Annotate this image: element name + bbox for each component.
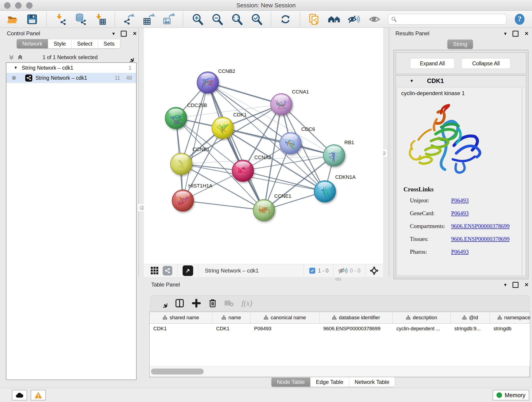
birdseye-view-icon[interactable]: [183, 265, 193, 276]
hide-selected-icon[interactable]: [347, 13, 360, 26]
network-canvas[interactable]: CCNB2CCNA1CDC25BCDK1CDC6RB1CCNB1CCNA2CDK…: [144, 28, 383, 264]
close-panel-icon[interactable]: ✕: [525, 282, 529, 287]
network-edge[interactable]: [208, 83, 264, 210]
gene-entry-header[interactable]: ▼ CDK1: [396, 76, 526, 86]
column-header-canonical-name[interactable]: canonical name: [250, 312, 320, 323]
results-scrollbar[interactable]: [522, 87, 526, 275]
collection-expander-icon[interactable]: ▼: [14, 65, 18, 70]
network-row[interactable]: String Network – cdk1 11 48: [6, 73, 136, 83]
network-node-ccnb2[interactable]: [197, 72, 219, 93]
table-cell[interactable]: stringdb: [490, 324, 530, 334]
network-view-icon[interactable]: [163, 266, 172, 275]
help-icon[interactable]: ?: [513, 13, 526, 26]
network-node-ccne1[interactable]: [253, 199, 275, 221]
grid-view-icon[interactable]: [150, 266, 159, 275]
network-node-cdc6[interactable]: [280, 133, 301, 154]
float-panel-icon[interactable]: [121, 31, 127, 37]
crosslink-link[interactable]: P06493: [451, 210, 469, 219]
export-image-icon[interactable]: [162, 13, 175, 26]
search-box[interactable]: [388, 14, 506, 25]
crosslink-link[interactable]: 9606.ENSP00000378699: [451, 223, 510, 232]
column-header--id[interactable]: @id: [451, 312, 490, 323]
refresh-icon[interactable]: [279, 13, 292, 26]
fit-content-crosshair-icon[interactable]: [369, 266, 379, 275]
zoom-fit-icon[interactable]: [230, 13, 243, 26]
crosslink-link[interactable]: 9606.ENSP00000378699: [451, 236, 510, 245]
import-table-icon[interactable]: [94, 13, 107, 26]
float-panel-icon[interactable]: [513, 282, 519, 288]
network-collection-row[interactable]: ▼ String Network – cdk1 1: [6, 63, 136, 73]
column-header-shared-name[interactable]: shared name: [150, 312, 212, 323]
network-node-ccna1[interactable]: [271, 94, 292, 115]
import-network-from-database-icon[interactable]: [74, 13, 87, 26]
network-edge[interactable]: [183, 201, 264, 210]
tab-sets[interactable]: Sets: [98, 39, 120, 49]
network-edge[interactable]: [208, 83, 281, 104]
table-cell[interactable]: CDK1: [150, 324, 212, 334]
network-edge[interactable]: [223, 128, 334, 155]
column-header-description[interactable]: description: [393, 312, 451, 323]
tab-network-table[interactable]: Network Table: [349, 377, 395, 387]
zoom-selected-icon[interactable]: [250, 13, 263, 26]
table-options-gear-icon[interactable]: [158, 299, 167, 307]
network-node-cdk1[interactable]: [212, 117, 234, 139]
scrollbar-thumb[interactable]: [151, 369, 204, 375]
tab-node-table[interactable]: Node Table: [271, 377, 310, 387]
table-row[interactable]: CDK1CDK1P064939606.ENSP00000378699cyclin…: [150, 324, 530, 334]
table-cell[interactable]: cyclin-dependent ...: [393, 324, 451, 334]
tab-style[interactable]: Style: [48, 39, 71, 49]
collapse-panel-icon[interactable]: ▾: [112, 31, 115, 36]
collapse-panel-icon[interactable]: ▾: [504, 282, 507, 287]
column-header-namespace[interactable]: namespace: [490, 312, 530, 323]
crosslink-link[interactable]: P06493: [451, 197, 469, 206]
clone-network-icon[interactable]: [308, 13, 321, 26]
hidden-eye-icon: [338, 267, 348, 274]
network-node-ccna2[interactable]: [232, 160, 254, 182]
tab-edge-table[interactable]: Edge Table: [310, 377, 349, 387]
table-cell[interactable]: P06493: [250, 324, 320, 334]
export-network-icon[interactable]: [123, 13, 136, 26]
close-panel-icon[interactable]: ✕: [525, 31, 529, 36]
warnings-button[interactable]: [31, 390, 46, 400]
export-table-icon[interactable]: [143, 13, 155, 26]
column-header-database-identifier[interactable]: database identifier: [320, 312, 393, 323]
network-options-gear-icon[interactable]: [126, 54, 134, 62]
memory-button[interactable]: Memory: [493, 390, 529, 400]
show-all-icon[interactable]: [368, 13, 381, 26]
float-panel-icon[interactable]: [513, 31, 519, 37]
zoom-out-icon[interactable]: [211, 13, 224, 26]
table-cell[interactable]: CDK1: [212, 324, 250, 334]
network-node-hist1h1a[interactable]: [172, 190, 194, 211]
collapse-panel-icon[interactable]: ▾: [504, 31, 507, 36]
crosslink-link[interactable]: P06493: [451, 249, 469, 258]
show-columns-icon[interactable]: [175, 299, 184, 308]
network-node-cdkn1a[interactable]: [314, 181, 336, 202]
network-node-cdc25b[interactable]: [165, 107, 187, 129]
home-networks-icon[interactable]: [328, 13, 341, 26]
cloud-status-button[interactable]: [12, 390, 27, 400]
left-splitter[interactable]: [138, 28, 139, 277]
tab-network[interactable]: Network: [17, 39, 48, 49]
right-splitter[interactable]: [389, 28, 389, 277]
zoom-in-icon[interactable]: [191, 13, 204, 26]
delete-column-icon[interactable]: [209, 299, 217, 308]
expand-all-button[interactable]: Expand All: [410, 58, 455, 69]
open-session-icon[interactable]: [6, 13, 19, 26]
save-session-icon[interactable]: [26, 13, 38, 26]
import-network-icon[interactable]: [55, 13, 67, 26]
search-input[interactable]: [399, 16, 503, 22]
add-column-icon[interactable]: [192, 299, 201, 307]
tab-select[interactable]: Select: [71, 39, 98, 49]
table-splitter-handle[interactable]: [335, 278, 341, 281]
column-header-name[interactable]: name: [212, 312, 250, 323]
tab-string[interactable]: String: [447, 39, 473, 49]
selected-checkbox-icon[interactable]: [309, 268, 315, 274]
table-horizontal-scrollbar[interactable]: [149, 366, 530, 377]
network-node-ccnb1[interactable]: [171, 153, 192, 175]
table-cell[interactable]: 9606.ENSP00000378699: [320, 324, 393, 334]
entry-expander-icon[interactable]: ▼: [410, 79, 414, 83]
close-panel-icon[interactable]: ✕: [133, 31, 137, 36]
network-node-rb1[interactable]: [323, 145, 345, 166]
collapse-all-button[interactable]: Collapse All: [462, 58, 510, 69]
table-cell[interactable]: stringdb:9...: [451, 324, 490, 334]
